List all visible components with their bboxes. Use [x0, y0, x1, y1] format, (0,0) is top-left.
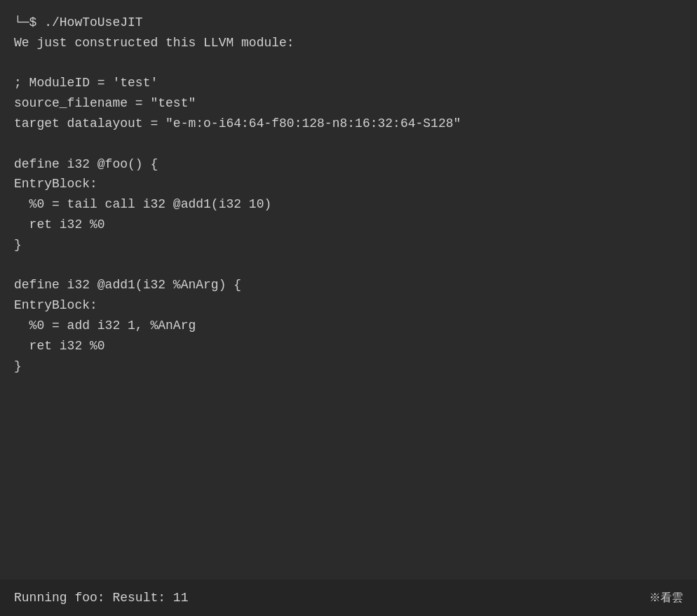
terminal-window: └─$ ./HowToUseJIT We just constructed th…	[0, 0, 697, 616]
empty-line-5	[14, 396, 683, 417]
empty-line-1	[14, 53, 683, 74]
empty-line-3	[14, 255, 683, 276]
target-datalayout-line: target datalayout = "e-m:o-i64:64-f80:12…	[14, 114, 683, 134]
foo-body1-line: %0 = tail call i32 @add1(i32 10)	[14, 194, 683, 215]
define-add1-line: define i32 @add1(i32 %AnArg) {	[14, 275, 683, 295]
prompt-line: └─$ ./HowToUseJIT	[14, 13, 683, 33]
add1-close-line: }	[14, 356, 683, 377]
module-id-line: ; ModuleID = 'test'	[14, 73, 683, 93]
empty-line-2	[14, 134, 683, 154]
bottom-bar: Running foo: Result: 11 ※看雲	[0, 580, 697, 616]
result-line: Running foo: Result: 11	[14, 591, 188, 605]
empty-line-6	[14, 417, 683, 437]
entryblock-foo-line: EntryBlock:	[14, 174, 683, 194]
entryblock-add1-line: EntryBlock:	[14, 295, 683, 316]
empty-line-4	[14, 376, 683, 396]
foo-close-line: }	[14, 235, 683, 255]
add1-body2-line: ret i32 %0	[14, 336, 683, 356]
source-filename-line: source_filename = "test"	[14, 93, 683, 114]
add1-body1-line: %0 = add i32 1, %AnArg	[14, 316, 683, 336]
define-foo-line: define i32 @foo() {	[14, 154, 683, 175]
brand-icon: ※看雲	[649, 591, 683, 605]
intro-line: We just constructed this LLVM module:	[14, 33, 683, 53]
foo-body2-line: ret i32 %0	[14, 215, 683, 235]
